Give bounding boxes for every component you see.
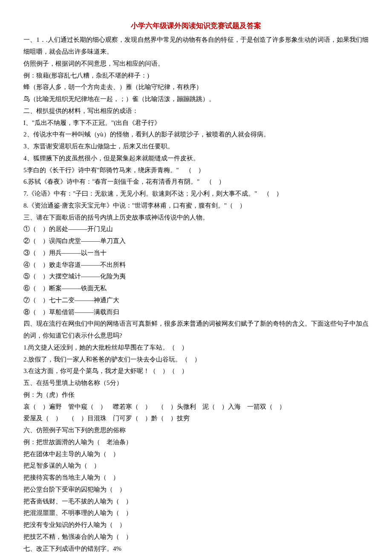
body-line: 哀（ ）遍野 管中窥（ ） 噤若寒（ ） （ ）头微利 泥（ ）入海 一箭双（ …: [23, 401, 369, 413]
body-line: 把混混噩噩、不明事理的人喻为（ ）: [23, 507, 369, 519]
body-line: 二、根扒提供的材料，写出相应的成语：: [23, 105, 369, 117]
body-line: ②（ ）误闯白虎堂———单刀直入: [23, 235, 369, 247]
body-line: 3.在这方面，你可是个菜鸟，我才是大虾呢！（ ）（ ）: [23, 365, 369, 377]
body-line: 蜂（形容人多，朝一个方向走去、）雁（比喻守纪律，有秩序）: [23, 81, 369, 93]
body-line: 例：狼藉(形容乱七八糟，杂乱不堪的样子：): [23, 70, 369, 82]
body-line: ④（ ）败走华容道———不出所料: [23, 259, 369, 271]
body-line: 2、传说水中有一种叫蜮（yù）的怪物，看到人的影子就喷沙子，被喷着的人就会得病。: [23, 129, 369, 141]
body-line: 把吝啬钱财、一毛不拔的人喻为（ ）: [23, 496, 369, 508]
body-line: ⑧（ ）草船借箭———满载而归: [23, 306, 369, 318]
body-line: 例：为（虎）作伥: [23, 389, 369, 401]
body-line: 6.苏轼《春夜》诗中有："春宵一刻值千金，花有清香月有阴。" （ ）: [23, 176, 369, 188]
body-line: 把技艺不精，勉强凑合的人喻为（ ）: [23, 531, 369, 543]
body-line: 7.《论语》中有："子曰：无欲速，无见小利。欲速则不达；见小利，则大事不成。" …: [23, 188, 369, 200]
body-line: 8.《资治通鉴·唐玄宗天宝元年》中说："世谓李林甫，口有蜜，腹有剑。"（ ）: [23, 200, 369, 212]
document-title: 小学六年级课外阅读知识竞赛试题及答案: [23, 19, 369, 32]
body-line: 爱屋及（ ） （ ）目混珠 门可罗（ ）黔（ ）技穷: [23, 413, 369, 425]
body-line: 2.放假了，我们一家人和爸爸的驴友们一块去令山谷玩。（ ）: [23, 354, 369, 366]
body-line: ①（ ）的居处———开门见山: [23, 223, 369, 235]
body-line: ③（ ）用兵———以一当十: [23, 247, 369, 259]
body-line: 例：把世故圆滑的人喻为（ 老油条）: [23, 436, 369, 448]
document-body: 一、1．.人们通过长期的细心观察，发现自然界中常见的动物有各自的特征，于是创造了…: [23, 34, 369, 555]
body-line: 七、改正下列成语中的错别字。4%: [23, 543, 369, 555]
body-line: 把足智多谋的人喻为（ ）: [23, 460, 369, 472]
body-line: 把在团体中起主导的人喻为（ ）: [23, 448, 369, 460]
body-line: 3、东晋谢安退职后在东山做隐士，后来又出任要职。: [23, 141, 369, 153]
body-line: 六、仿照例子写出下列的意思的俗称: [23, 425, 369, 436]
body-line: 把公堂台阶下受审的囚犯喻为（ ）: [23, 484, 369, 496]
body-line: 1.尚文捷人还没到，她的大批粉丝却早围在了车站。（ ）: [23, 342, 369, 354]
body-line: 把接待宾客的当地主人喻为（ ）: [23, 472, 369, 484]
body-line: 鸟（比喻无组织无纪律地在一起，；）雀（比喻活泼，蹦蹦跳跳）。: [23, 93, 369, 105]
body-line: ⑤（ ）大摆空城计———化险为夷: [23, 271, 369, 283]
body-line: 4、狐狸腋下的皮虽然很小，但是聚集起来就能缝成一件皮袄。: [23, 153, 369, 165]
body-line: 一、1．.人们通过长期的细心观察，发现自然界中常见的动物有各自的特征，于是创造了…: [23, 34, 369, 58]
body-line: ⑦（ ）七十二变———神通广大: [23, 295, 369, 306]
body-line: I、"瓜出不纳履，李下不正冠。"(出自《君子行》: [23, 117, 369, 129]
body-line: 五、在括号里填上动物名称（5分）: [23, 377, 369, 389]
body-line: 5李白的《长干行》诗中有"郎骑竹马来，绕床弄青梅。" （ ）: [23, 165, 369, 176]
body-line: 仿照例子，根据词的不同意思，写出相应的问语。: [23, 58, 369, 70]
body-line: 四、现在流行在网虫们中间的网络语言可真新鲜，很多原来普通的词被网友们赋予了新的奇…: [23, 318, 369, 342]
body-line: ⑥（ ）断案———铁面无私: [23, 283, 369, 295]
body-line: 把没有专业知识的外行人喻为（ ）: [23, 519, 369, 531]
body-line: 三、请在下面歇后语的括号内填上历史故事或神话传说中的人物。: [23, 212, 369, 224]
